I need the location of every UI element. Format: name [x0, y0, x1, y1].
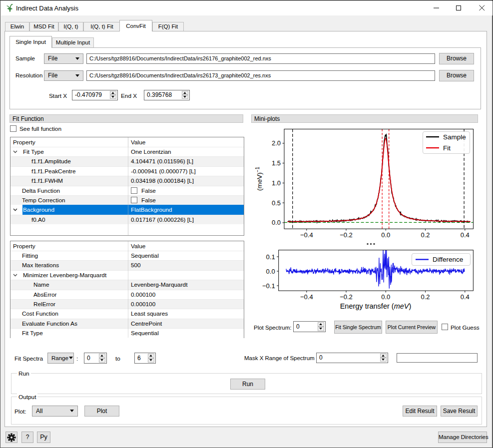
svg-text:0.0: 0.0	[381, 231, 390, 239]
svg-text:1.5: 1.5	[272, 159, 281, 167]
svg-text:0.1: 0.1	[266, 253, 275, 261]
svg-text:0.0: 0.0	[381, 293, 390, 301]
svg-text:−0.2: −0.2	[340, 231, 353, 239]
svg-text:2.0: 2.0	[272, 139, 281, 147]
svg-text:0.4: 0.4	[461, 231, 470, 239]
svg-text:Fit: Fit	[443, 144, 451, 152]
svg-text:Energy transfer (meV): Energy transfer (meV)	[340, 302, 412, 310]
svg-text:−0.2: −0.2	[340, 293, 353, 301]
svg-text:0.0: 0.0	[272, 219, 281, 226]
svg-text:0.5: 0.5	[272, 199, 281, 207]
svg-text:0.2: 0.2	[421, 231, 430, 239]
svg-text:0.0: 0.0	[266, 268, 275, 275]
svg-text:1.0: 1.0	[272, 179, 281, 187]
svg-text:−0.4: −0.4	[300, 231, 313, 239]
svg-text:−0.1: −0.1	[262, 282, 275, 290]
svg-text:−0.4: −0.4	[300, 293, 313, 301]
svg-text:Difference: Difference	[433, 256, 463, 263]
svg-text:0.2: 0.2	[421, 293, 430, 301]
svg-text:Sample: Sample	[443, 133, 466, 141]
svg-text:0.4: 0.4	[461, 293, 470, 301]
